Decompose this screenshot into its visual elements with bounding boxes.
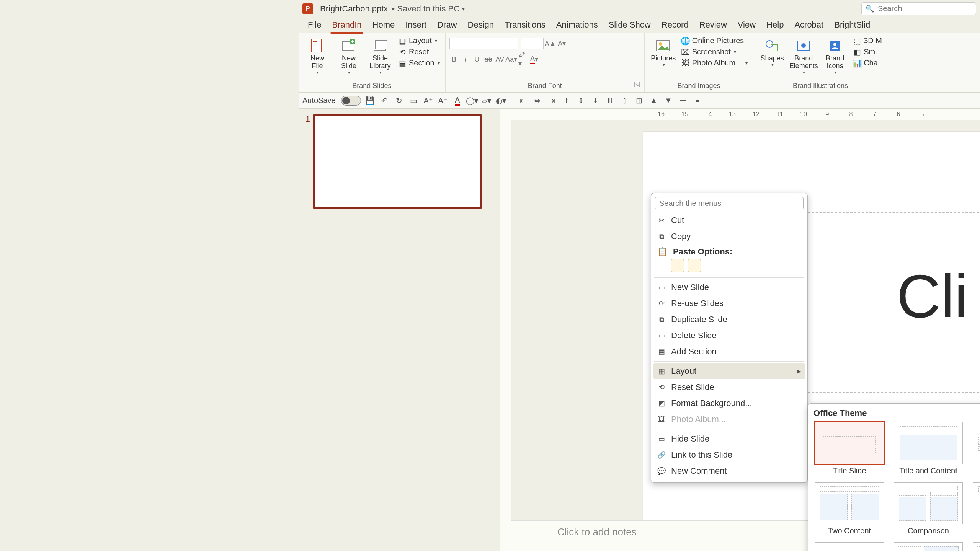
ctx-new-comment[interactable]: 💬New Comment <box>653 463 805 479</box>
increase-font-icon[interactable]: A⁺ <box>423 95 434 106</box>
tab-acrobat[interactable]: Acrobat <box>789 17 829 33</box>
ctx-add-section[interactable]: ▤Add Section <box>653 344 805 360</box>
layout-content-with-caption[interactable]: Content with Caption <box>892 542 964 551</box>
ctx-format-background[interactable]: ◩Format Background... <box>653 395 805 411</box>
distribute-h-icon[interactable]: ⫼ <box>605 95 616 106</box>
font-size-combo[interactable] <box>521 38 544 49</box>
increase-font-icon[interactable]: A▲ <box>546 39 555 48</box>
change-case-button[interactable]: Aa▾ <box>507 55 516 64</box>
align-top-icon[interactable]: ⤒ <box>561 95 572 106</box>
send-backward-icon[interactable]: ▼ <box>663 95 674 106</box>
highlight-button[interactable]: 🖍▾ <box>518 55 528 64</box>
ctx-cut[interactable]: ✂Cut <box>653 212 805 228</box>
font-color-icon[interactable]: A <box>452 95 463 106</box>
layout-title-and-content[interactable]: Title and Content <box>892 422 964 475</box>
shape-effects-icon[interactable]: ◐▾ <box>496 95 506 106</box>
screenshot-button[interactable]: ⌧Screenshot▾ <box>680 47 749 57</box>
ctx-duplicate-slide[interactable]: ⧉Duplicate Slide <box>653 311 805 328</box>
tab-brandin[interactable]: BrandIn <box>327 17 367 33</box>
shapes-button[interactable]: Shapes▾ <box>757 36 787 69</box>
pictures-button[interactable]: Pictures▾ <box>648 36 678 69</box>
group-icon[interactable]: ⊞ <box>634 95 645 106</box>
selection-pane-icon[interactable]: ☰ <box>678 95 688 106</box>
tab-brightslide[interactable]: BrightSlid <box>829 17 875 33</box>
tab-home[interactable]: Home <box>367 17 400 33</box>
ctx-new-slide[interactable]: ▭New Slide <box>653 279 805 295</box>
bold-button[interactable]: B <box>449 55 459 64</box>
section-button[interactable]: ▤Section▾ <box>397 58 441 68</box>
undo-icon[interactable]: ↶ <box>379 95 390 106</box>
redo-icon[interactable]: ↻ <box>394 95 405 106</box>
layout-button[interactable]: ▦Layout▾ <box>397 36 441 46</box>
layout-blank[interactable]: Blank <box>813 542 885 551</box>
decrease-font-icon[interactable]: A⁻ <box>438 95 448 106</box>
shape-outline-icon[interactable]: ▱▾ <box>481 95 492 106</box>
shape-fill-icon[interactable]: ◯▾ <box>467 95 477 106</box>
align-left-icon[interactable]: ⇤ <box>518 95 528 106</box>
distribute-v-icon[interactable]: ⫿ <box>619 95 630 106</box>
ctx-reuse-slides[interactable]: ⟳Re-use Slides <box>653 295 805 311</box>
layout-two-content[interactable]: Two Content <box>813 482 885 535</box>
save-icon[interactable]: 💾 <box>365 95 376 106</box>
paste-picture[interactable] <box>688 259 701 272</box>
align-objects-icon[interactable]: ≡ <box>692 95 703 106</box>
ctx-reset-slide[interactable]: ⟲Reset Slide <box>653 379 805 395</box>
ctx-copy[interactable]: ⧉Copy <box>653 228 805 245</box>
online-pictures-button[interactable]: 🌐Online Pictures <box>680 36 749 46</box>
photo-album-button[interactable]: 🖼Photo Album▾ <box>680 58 749 68</box>
smartart-button[interactable]: ◧Sm <box>851 47 884 57</box>
tab-animations[interactable]: Animations <box>551 17 603 33</box>
tab-record[interactable]: Record <box>656 17 694 33</box>
dialog-launcher-icon[interactable]: ↘ <box>634 82 640 87</box>
decrease-font-icon[interactable]: A▾ <box>557 39 567 48</box>
tab-draw[interactable]: Draw <box>432 17 462 33</box>
slide-library-button[interactable]: Slide Library▾ <box>365 36 395 77</box>
autosave-toggle[interactable] <box>341 96 361 106</box>
strike-button[interactable]: ab <box>484 55 493 64</box>
slide-thumbnail-1[interactable] <box>313 114 482 209</box>
tab-review[interactable]: Review <box>694 17 732 33</box>
menu-search[interactable] <box>655 197 804 209</box>
tab-help[interactable]: Help <box>761 17 789 33</box>
brand-elements-button[interactable]: Brand Elements▾ <box>789 36 818 77</box>
chart-button[interactable]: 📊Cha <box>851 58 884 68</box>
menu-search-input[interactable] <box>655 197 804 209</box>
tab-transitions[interactable]: Transitions <box>499 17 551 33</box>
underline-button[interactable]: U <box>472 55 482 64</box>
italic-button[interactable]: I <box>461 55 470 64</box>
align-bottom-icon[interactable]: ⤓ <box>590 95 601 106</box>
layout-picture-with-caption[interactable]: 🖼 Picture with Caption <box>971 542 980 551</box>
layout-section-header[interactable]: Section Header <box>971 422 980 475</box>
textbox-icon[interactable]: ▭ <box>408 95 419 106</box>
3d-models-button[interactable]: ⬚3D M <box>851 36 884 46</box>
brand-icons-button[interactable]: Brand Icons▾ <box>820 36 850 77</box>
slide-thumbnails-pane[interactable]: 1 <box>299 109 498 551</box>
align-right-icon[interactable]: ⇥ <box>547 95 557 106</box>
save-status[interactable]: • Saved to this PC <box>389 4 460 14</box>
tab-file[interactable]: File <box>302 17 327 33</box>
search-input[interactable] <box>878 4 975 13</box>
char-spacing-button[interactable]: AV <box>495 55 505 64</box>
layout-title-only[interactable]: Title Only <box>971 482 980 535</box>
ctx-delete-slide[interactable]: ▭Delete Slide <box>653 328 805 344</box>
chevron-down-icon[interactable]: ▾ <box>462 6 465 12</box>
font-color-button[interactable]: A▾ <box>530 55 539 64</box>
ctx-link-to-slide[interactable]: 🔗Link to this Slide <box>653 447 805 463</box>
tab-design[interactable]: Design <box>462 17 499 33</box>
font-family-combo[interactable] <box>449 38 518 49</box>
search-box[interactable]: 🔍 <box>861 2 976 15</box>
paste-use-destination-theme[interactable] <box>671 259 684 272</box>
tab-view[interactable]: View <box>732 17 761 33</box>
align-center-icon[interactable]: ⇔ <box>532 95 543 106</box>
tab-insert[interactable]: Insert <box>400 17 432 33</box>
new-slide-button[interactable]: New Slide▾ <box>334 36 364 77</box>
layout-title-slide[interactable]: Title Slide <box>813 422 885 475</box>
layout-comparison[interactable]: Comparison <box>892 482 964 535</box>
reset-button[interactable]: ⟲Reset <box>397 47 441 57</box>
tab-slideshow[interactable]: Slide Show <box>603 17 656 33</box>
align-middle-icon[interactable]: ⇕ <box>576 95 586 106</box>
ctx-layout[interactable]: ▦Layout▶ <box>653 363 805 379</box>
ctx-hide-slide[interactable]: ▭Hide Slide <box>653 431 805 447</box>
bring-forward-icon[interactable]: ▲ <box>648 95 659 106</box>
new-file-button[interactable]: New File▾ <box>302 36 332 77</box>
